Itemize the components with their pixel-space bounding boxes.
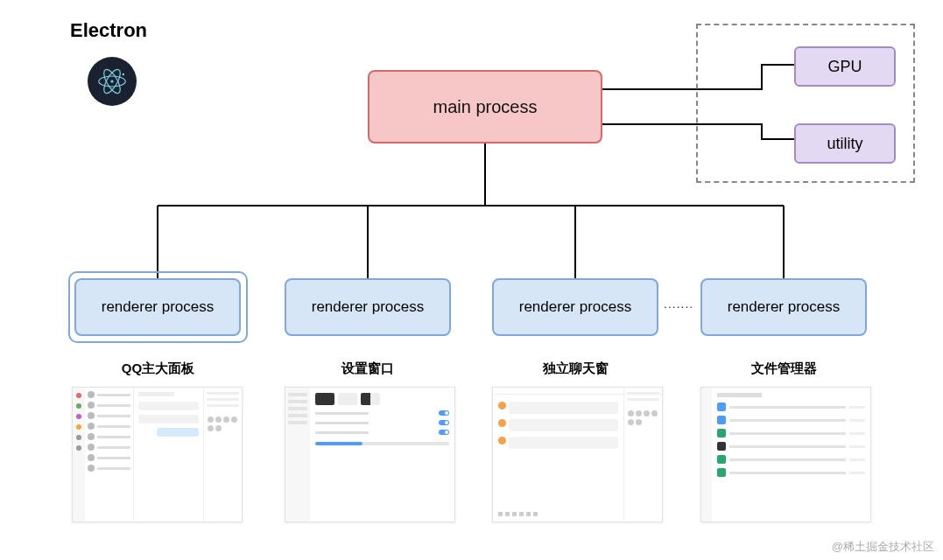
diagram-title: Electron: [70, 19, 147, 42]
renderer-process-node: renderer process: [285, 278, 451, 336]
renderer-process-node: renderer process: [492, 278, 658, 336]
renderer-process-node: renderer process: [700, 278, 867, 336]
svg-point-3: [110, 80, 113, 82]
svg-point-4: [123, 74, 124, 75]
gpu-process-node: GPU: [794, 46, 896, 87]
renderer-caption: 文件管理器: [700, 360, 867, 377]
electron-logo: [88, 57, 137, 106]
renderer-process-node: renderer process: [74, 278, 241, 336]
utility-process-node: utility: [794, 123, 896, 164]
renderer-caption: 独立聊天窗: [492, 360, 658, 377]
watermark: @稀土掘金技术社区: [832, 539, 934, 555]
screenshot-file-manager: [700, 387, 871, 522]
screenshot-standalone-chat: [492, 387, 663, 522]
helper-process-group: GPU utility: [696, 24, 915, 183]
renderer-caption: 设置窗口: [285, 360, 451, 377]
main-process-node: main process: [368, 70, 602, 144]
screenshot-qq-main-panel: [72, 387, 243, 522]
ellipsis-more-renderers: ·······: [664, 299, 693, 313]
renderer-caption: QQ主大面板: [68, 360, 248, 377]
screenshot-settings-window: [285, 387, 455, 522]
